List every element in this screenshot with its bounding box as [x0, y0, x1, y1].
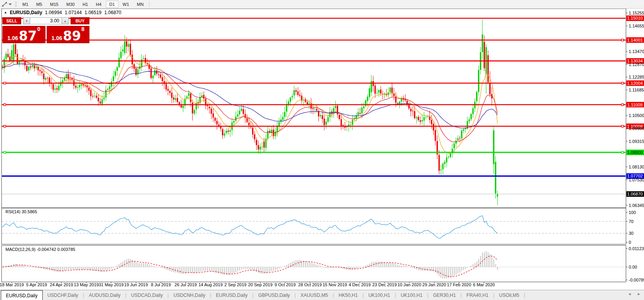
y-axis-tick: 1.12285 [629, 75, 644, 79]
chart-tab-USDCAD-Daily[interactable]: USDCAD,Daily [126, 290, 167, 300]
y-axis-tick: 1.11685 [629, 88, 644, 92]
macd-signal-value: 0.003785 [57, 247, 75, 252]
tab-separator: | [524, 290, 525, 300]
y-axis-tick: 1.06345 [629, 203, 644, 208]
ohlc-open: 1.06994 [45, 10, 62, 15]
ohlc-high: 1.07144 [65, 10, 82, 15]
volume-input[interactable]: 3.00 [30, 17, 62, 24]
timeframe-button-D1[interactable]: D1 [106, 1, 118, 8]
chart-tab-UK100-H1[interactable]: UK100,H1 [396, 290, 427, 300]
collapse-chart-icon[interactable]: ▲ [4, 11, 7, 14]
timeframe-button-H4[interactable]: H4 [92, 1, 105, 8]
chart-tab-USDCNH-Daily[interactable]: USDCNH,Daily [169, 290, 210, 300]
x-axis-date: 8 Jul 2019 [151, 282, 171, 287]
chart-tab-USOil-M5[interactable]: USOil,M5 [495, 290, 524, 300]
tab-scroll-right-icon[interactable]: ► [637, 292, 641, 296]
macd-axis-tick: -0.007894 [629, 278, 644, 282]
ohlc-low: 1.06519 [84, 10, 101, 15]
x-axis-date: 9 Oct 2019 [275, 282, 296, 287]
volume-decrease-button[interactable]: ▼ [23, 17, 30, 24]
toolbar-grip [15, 2, 17, 7]
chart-canvas[interactable]: 1.150101.140011.130341.120041.110091.100… [0, 9, 644, 289]
chart-tab-GBPUSD-Daily[interactable]: GBPUSD,Daily [253, 290, 295, 300]
x-axis-date: 19 Jun 2019 [124, 282, 148, 287]
chart-tab-FRA40-H1[interactable]: FRA40,H1 [462, 290, 493, 300]
crosshair-tool-icon[interactable] [2, 2, 8, 7]
bid-big-digits: 87 [19, 30, 37, 42]
svg-text:1.11009: 1.11009 [628, 102, 643, 107]
svg-text:1.15010: 1.15010 [627, 16, 643, 20]
chart-tab-HK50-H1[interactable]: HK50,H1 [334, 290, 362, 300]
tab-scroll-left-icon[interactable]: ◄ [628, 292, 631, 296]
x-axis-date: 18 Mar 2019 [0, 282, 24, 287]
timeframe-button-M30[interactable]: M30 [63, 1, 78, 8]
top-toolbar: M1M5M15M30H1H4D1W1MN [0, 0, 644, 9]
chart-tab-EURUSD-Daily[interactable]: EURUSD,Daily [211, 290, 253, 300]
svg-text:1.06870: 1.06870 [627, 192, 643, 196]
x-axis-date: 14 Aug 2019 [198, 282, 223, 287]
tab-scroll-arrows: ◄ ► [628, 292, 641, 296]
timeframe-button-M1[interactable]: M1 [19, 1, 32, 8]
x-axis-date: 6 Mar 2020 [473, 282, 495, 287]
spin-up-icon: ▲ [64, 20, 67, 22]
chart-window: 1.150101.140011.130341.120041.110091.100… [0, 9, 644, 289]
volume-spinner: ▼ 3.00 ▲ [23, 17, 69, 24]
timeframe-button-W1[interactable]: W1 [119, 1, 133, 8]
symbol-tab-bar: EURUSD,DailyUSDCHF,Daily|AUDUSD,Daily|US… [0, 290, 644, 300]
bid-prefix: 1.06 [7, 35, 18, 41]
bid-quote-box[interactable]: 1.06870 [2, 26, 45, 43]
chart-tab-XAUUSD-M5[interactable]: XAUUSD,M5 [296, 290, 333, 300]
chart-symbol-period: EURUSD,Daily [10, 10, 42, 15]
timeframe-button-group: M1M5M15M30H1H4D1W1MN [18, 1, 147, 8]
y-axis-tick: 1.10500 [629, 113, 644, 118]
bid-pipette: 0 [37, 26, 40, 32]
x-axis-date: 23 Dec 2019 [372, 282, 397, 287]
chart-tab-EURUSD-Daily[interactable]: EURUSD,Daily [1, 290, 43, 300]
rsi-name: RSI(14) [5, 209, 20, 214]
y-axis-tick: 1.09900 [629, 126, 644, 131]
chart-tab-UK100-H1[interactable]: UK100,H1 [364, 290, 395, 300]
ask-quote-box[interactable]: 1.06898 [47, 26, 90, 43]
main-chart-panel[interactable] [2, 9, 626, 208]
macd-label: MACD(12,26,9) -0.004742 0.003785 [5, 247, 75, 252]
timeframe-button-H1[interactable]: H1 [79, 1, 91, 8]
macd-axis-tick: 0.011232 [629, 246, 644, 251]
macd-main-value: -0.004742 [36, 247, 56, 252]
rsi-axis-tick: 70 [629, 219, 633, 224]
y-axis-tick: 1.12870 [629, 62, 644, 67]
rsi-panel[interactable] [2, 208, 626, 244]
x-axis-date: 31 May 2019 [99, 282, 124, 287]
trading-platform-window: { "toolbar": { "cursor_tool_icon": "cros… [0, 0, 644, 300]
chart-tab-USDCHF-Daily[interactable]: USDCHF,Daily [43, 290, 83, 300]
one-click-trade-widget: SELL ▼ 3.00 ▲ BUY 1.06870 1.06898 [2, 17, 89, 43]
x-axis-date: 13 May 2019 [74, 282, 99, 287]
x-axis-date: 28 Oct 2019 [298, 282, 322, 287]
rsi-value: 30.5865 [22, 209, 37, 214]
buy-button[interactable]: BUY [71, 17, 89, 24]
chart-tab-GER30-H1[interactable]: GER30,H1 [428, 290, 460, 300]
tool-dropdown-caret-icon[interactable] [9, 4, 12, 5]
x-axis-date: 29 Jan 2020 [422, 282, 446, 287]
spin-down-icon: ▼ [25, 20, 28, 22]
y-axis-tick: 1.13470 [629, 49, 644, 54]
ask-big-digits: 89 [63, 30, 81, 42]
rsi-axis-tick: 30 [629, 231, 633, 236]
ask-pipette: 8 [81, 26, 84, 32]
volume-increase-button[interactable]: ▲ [62, 17, 69, 24]
ohlc-close: 1.06870 [104, 10, 121, 15]
chart-tab-AUDUSD-Daily[interactable]: AUDUSD,Daily [84, 290, 126, 300]
chart-ohlc-header: ▲ EURUSD,Daily 1.06994 1.07144 1.06519 1… [4, 10, 121, 15]
rsi-axis-tick: 0 [629, 240, 631, 245]
rsi-axis-tick: 100 [629, 210, 636, 215]
svg-text:1.08800: 1.08800 [627, 150, 643, 155]
toolbar-separator [149, 1, 149, 7]
svg-text:1.14001: 1.14001 [627, 38, 643, 42]
rsi-label: RSI(14) 30.5865 [5, 209, 37, 214]
sell-button[interactable]: SELL [2, 17, 21, 24]
timeframe-button-M5[interactable]: M5 [33, 1, 45, 8]
timeframe-button-M15[interactable]: M15 [47, 1, 62, 8]
timeframe-button-MN[interactable]: MN [133, 1, 147, 8]
ask-prefix: 1.06 [51, 35, 62, 41]
macd-panel[interactable] [2, 245, 626, 282]
x-axis-date: 5 Apr 2019 [26, 282, 47, 287]
